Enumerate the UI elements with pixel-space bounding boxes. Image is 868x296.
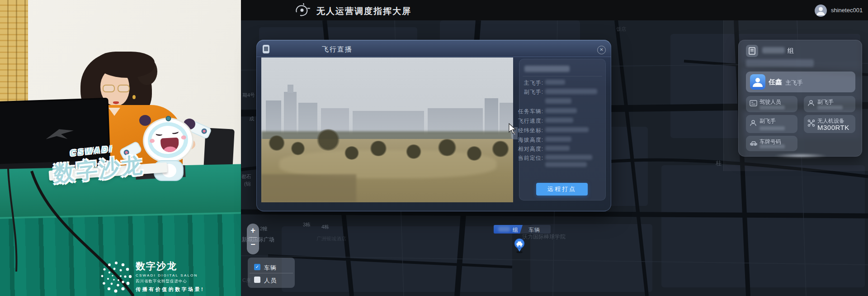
field-label: 当前定位: [518, 154, 543, 162]
entity-tab-bar: 组 车辆 [494, 225, 551, 234]
drone-icon [807, 119, 815, 129]
field-label: 主飞手: [524, 79, 543, 87]
map-label: 沃力国际棒球学院 [522, 233, 566, 241]
device-icon [263, 45, 269, 53]
drone-video-feed [261, 57, 513, 202]
redacted-text [760, 144, 785, 148]
zoom-in-button[interactable]: + [247, 224, 259, 237]
map-label: 成 [249, 115, 254, 122]
map-label: (锦 [244, 181, 251, 187]
redacted-text [545, 80, 565, 85]
mascot-ear-left [139, 115, 151, 126]
map-label: 期4号 [242, 92, 255, 99]
tile-copilot-1: 副飞手 [804, 96, 855, 112]
field-label: 任务车辆: [518, 108, 543, 115]
redacted-text [545, 137, 571, 142]
person-icon [807, 100, 815, 109]
tab-vehicle[interactable]: 车辆 [528, 226, 540, 234]
redacted-text [545, 162, 587, 167]
page-title: 无人运营调度指挥大屏 [316, 5, 411, 17]
redacted-text [545, 146, 570, 151]
redacted-text [760, 105, 785, 110]
divider [250, 273, 293, 273]
map-label: 2幢 [260, 225, 268, 232]
person-icon [815, 5, 827, 17]
vehicle-map-pin[interactable] [514, 238, 526, 255]
app-logo-icon [294, 3, 310, 17]
modal-title: 飞行直播 [322, 45, 353, 54]
car-icon [750, 139, 758, 148]
id-card-icon [750, 100, 757, 108]
redacted-text [498, 227, 510, 232]
remote-mark-button[interactable]: 远程打点 [536, 183, 588, 196]
member-role: 主飞手 [785, 79, 803, 87]
map-label: 都石 [241, 173, 251, 180]
tile-driver: 驾驶人员 [746, 96, 797, 112]
redacted-text [746, 59, 814, 67]
map-label: 3栋 [303, 221, 311, 228]
redacted-text [760, 126, 785, 130]
field-label: 相对高度: [518, 145, 543, 153]
map-label: 4栋 [321, 224, 329, 230]
dotted-circle-logo-icon [100, 262, 133, 294]
top-bar: 无人运营调度指挥大屏 shinetec001 [241, 0, 868, 20]
map-label: 广洲银城酒店 [316, 235, 346, 242]
map-label: 桂 [716, 159, 722, 167]
tile-drone-device: 无人机设备 M300RTK [804, 115, 855, 133]
watermark-title: 数字沙龙 [136, 260, 204, 272]
drone-model: M300RTK [817, 124, 849, 131]
screen: CSWADI 数字沙龙 数字沙龙 CSWADI DIGITAL SALON 四川… [0, 0, 868, 296]
watermark: 数字沙龙 CSWADI DIGITAL SALON 四川省数字化转型促进中心 传… [136, 260, 204, 293]
watermark-slogan: 传播有价值的数字场景! [136, 286, 204, 293]
member-avatar [750, 74, 765, 90]
user-avatar[interactable] [815, 5, 827, 17]
vehicle-layer-label[interactable]: 车辆 [264, 264, 277, 272]
person-icon [750, 119, 757, 129]
webcam-panel: CSWADI 数字沙龙 数字沙龙 CSWADI DIGITAL SALON 四川… [0, 0, 241, 296]
tile-plate-number: 车牌号码 [746, 136, 797, 151]
redacted-text [545, 98, 571, 104]
mouse-cursor [508, 123, 516, 135]
vehicle-checkbox[interactable]: ✓ [254, 264, 260, 270]
divider [523, 76, 602, 76]
redacted-text [545, 155, 592, 160]
field-label: 飞行速度: [518, 117, 543, 125]
redacted-text [545, 118, 573, 123]
redacted-text [545, 127, 589, 132]
team-title-suffix: 组 [788, 47, 794, 55]
watermark-subtitle: CSWADI DIGITAL SALON [136, 273, 204, 277]
redacted-text [524, 66, 570, 72]
redacted-text [817, 105, 843, 110]
username[interactable]: shinetec001 [831, 7, 863, 14]
person-checkbox[interactable] [254, 277, 260, 283]
redacted-text [545, 89, 597, 94]
field-label: 经纬坐标: [518, 127, 543, 134]
field-label: 副飞手: [524, 88, 543, 96]
modal-header[interactable] [256, 40, 611, 57]
mascot-antenna [165, 116, 171, 122]
watermark-org: 四川省数字化转型促进中心 [136, 279, 204, 284]
close-icon[interactable]: ✕ [597, 46, 606, 54]
group-card-icon [746, 45, 758, 57]
field-label: 海拔高度: [518, 136, 543, 144]
redacted-text [545, 108, 577, 113]
redacted-text [762, 47, 785, 53]
person-layer-label[interactable]: 人员 [264, 277, 277, 285]
zoom-out-button[interactable]: − [247, 238, 259, 251]
member-name: 任鑫 [769, 78, 782, 86]
tab-group-label[interactable]: 组 [513, 226, 518, 234]
tile-copilot-2: 副飞手 [746, 115, 797, 133]
map-label: 饭店 [616, 26, 626, 33]
map-zoom-control: + − [247, 224, 259, 254]
